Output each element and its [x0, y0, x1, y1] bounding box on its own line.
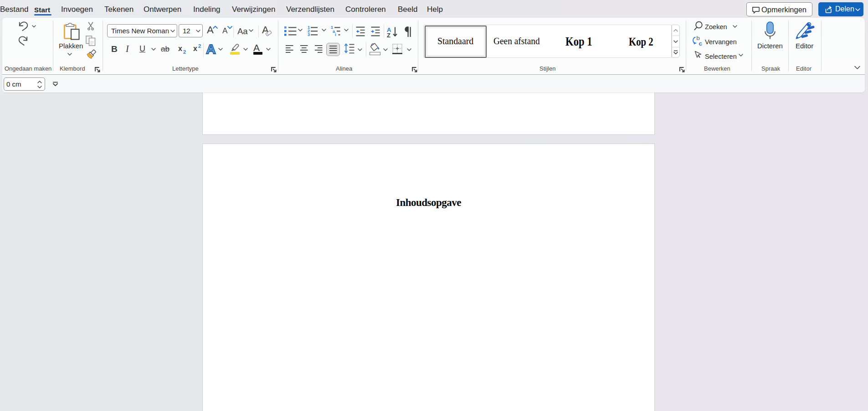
svg-text:i: i — [335, 32, 336, 37]
svg-text:3: 3 — [308, 32, 310, 37]
svg-text:Z: Z — [387, 32, 390, 39]
